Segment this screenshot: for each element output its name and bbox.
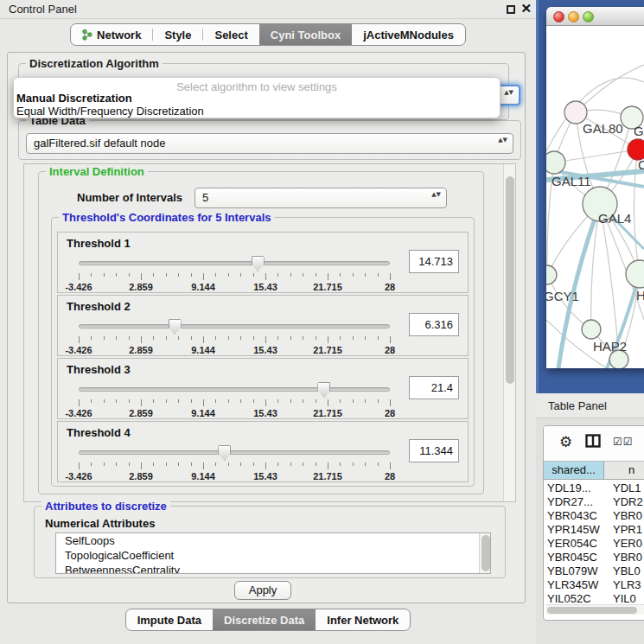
- node-h[interactable]: [626, 260, 644, 288]
- float-window-icon[interactable]: [507, 5, 515, 14]
- threshold-value-field[interactable]: 6.316: [409, 313, 459, 336]
- threshold-row-1: Threshold 1-3.4262.8599.14415.4321.71528…: [57, 232, 469, 293]
- table-row[interactable]: YDR27...YDR2: [544, 495, 644, 509]
- slider-track[interactable]: [79, 261, 390, 265]
- node-hap2[interactable]: [582, 320, 601, 339]
- threshold-value-field[interactable]: 11.344: [409, 439, 459, 462]
- slider-thumb[interactable]: [218, 445, 231, 461]
- scale-label: 21.715: [313, 345, 342, 355]
- slider-thumb[interactable]: [252, 256, 265, 271]
- close-traffic-light-icon[interactable]: [553, 11, 564, 22]
- cell-name[interactable]: YER0: [604, 537, 644, 551]
- node-gal11[interactable]: [546, 151, 565, 174]
- threshold-slider-2[interactable]: -3.4262.8599.14415.4321.71528: [79, 318, 390, 356]
- scrollbar-thumb[interactable]: [506, 176, 514, 384]
- table-row[interactable]: YDL19...YDL1: [544, 481, 644, 495]
- attribute-list-item[interactable]: SelfLoops: [56, 533, 490, 548]
- cell-name[interactable]: YLR3: [604, 578, 644, 592]
- popup-item-equal-width-frequency[interactable]: Equal Width/Frequency Discretization: [16, 105, 488, 118]
- scale-label: -3.426: [65, 282, 92, 292]
- close-icon[interactable]: ✕: [520, 1, 532, 16]
- cell-shared-name[interactable]: YDL19...: [544, 481, 604, 495]
- tab-jactivemnodules[interactable]: jActiveMNodules: [352, 24, 465, 45]
- table-data-combobox[interactable]: galFiltered.sif default node ▲▼: [26, 133, 513, 154]
- cell-name[interactable]: YDL1: [604, 481, 644, 495]
- node-gcy1[interactable]: [546, 265, 557, 284]
- attribute-list-item[interactable]: TopologicalCoefficient: [56, 548, 490, 563]
- threshold-value-field[interactable]: 14.713: [409, 250, 459, 273]
- cell-shared-name[interactable]: YER054C: [544, 537, 604, 551]
- slider-track[interactable]: [79, 324, 390, 328]
- network-canvas[interactable]: GAL80GACGAL11GAL4GCY1HHAP2: [546, 26, 644, 368]
- combo-stepper-icon: ▲▼: [431, 191, 441, 198]
- slider-thumb[interactable]: [169, 319, 182, 335]
- network-graph[interactable]: GAL80GACGAL11GAL4GCY1HHAP2: [546, 26, 644, 368]
- threshold-slider-3[interactable]: -3.4262.8599.14415.4321.71528: [79, 381, 390, 419]
- cell-name[interactable]: YPR1: [604, 523, 644, 537]
- table-row[interactable]: YPR145WYPR1: [544, 523, 644, 537]
- tab-label: Style: [164, 29, 191, 41]
- popup-item-manual-discretization[interactable]: Manual Discretization: [16, 92, 488, 105]
- table-panel-titlebar: Table Panel: [536, 393, 644, 418]
- cell-shared-name[interactable]: YBR043C: [544, 509, 604, 523]
- zoom-traffic-light-icon[interactable]: [583, 11, 594, 22]
- node-label-gcy1: GCY1: [546, 289, 579, 303]
- apply-button[interactable]: Apply: [234, 581, 291, 600]
- threshold-slider-1[interactable]: -3.4262.8599.14415.4321.71528: [79, 255, 390, 293]
- slider-thumb[interactable]: [317, 382, 330, 398]
- cell-name[interactable]: YBL0: [604, 564, 644, 578]
- cell-shared-name[interactable]: YPR145W: [544, 523, 604, 537]
- slider-ticks: [79, 273, 390, 281]
- split-columns-icon[interactable]: [585, 434, 601, 448]
- slider-track[interactable]: [79, 450, 390, 455]
- table-toolbar: ⚙ ☑☑: [544, 426, 644, 461]
- column-header-shared-name[interactable]: shared...: [544, 462, 604, 479]
- slider-scale-labels: -3.4262.8599.14415.4321.71528: [79, 408, 390, 418]
- tab-select[interactable]: Select: [203, 24, 258, 45]
- checkbox-icons[interactable]: ☑☑: [613, 436, 634, 448]
- table-row[interactable]: YBR045CYBR0: [544, 551, 644, 564]
- tab-impute-data[interactable]: Impute Data: [126, 609, 213, 630]
- table-horizontal-scrollbar[interactable]: [545, 604, 644, 615]
- thresholds-group-title: Threshold's Coordinates for 5 Intervals: [59, 211, 274, 224]
- number-of-intervals-combobox[interactable]: 5 ▲▼: [194, 188, 447, 208]
- tab-cyni-toolbox[interactable]: Cyni Toolbox: [259, 24, 352, 45]
- cell-name[interactable]: YBR0: [604, 551, 644, 564]
- interval-vertical-scrollbar[interactable]: [503, 164, 515, 501]
- threshold-slider-4[interactable]: -3.4262.8599.14415.4321.71528: [79, 444, 390, 482]
- network-window-titlebar[interactable]: [546, 7, 644, 26]
- tab-network[interactable]: Network: [71, 24, 152, 45]
- network-edge[interactable]: [554, 150, 638, 163]
- gear-icon[interactable]: ⚙: [559, 433, 572, 450]
- cell-shared-name[interactable]: YLR345W: [544, 578, 604, 592]
- cell-name[interactable]: YDR2: [604, 495, 644, 509]
- scale-label: 9.144: [191, 408, 215, 418]
- slider-scale-labels: -3.4262.8599.14415.4321.71528: [79, 345, 390, 355]
- attribute-list-item[interactable]: BetweennessCentrality: [56, 563, 490, 574]
- cell-name[interactable]: YBR0: [604, 509, 644, 523]
- combo-stepper-icon: ▲▼: [504, 89, 513, 96]
- top-tab-bar: NetworkStyleSelectCyni ToolboxjActiveMNo…: [70, 23, 466, 46]
- table-row[interactable]: YLR345WYLR3: [544, 578, 644, 592]
- network-edge[interactable]: [576, 65, 644, 112]
- node-table: ⚙ ☑☑ shared... n YDL19...YDL1YDR27...YDR…: [543, 425, 644, 621]
- tab-style[interactable]: Style: [153, 24, 202, 45]
- slider-track[interactable]: [79, 387, 390, 392]
- column-header-name[interactable]: n: [604, 462, 644, 479]
- minimize-traffic-light-icon[interactable]: [568, 11, 579, 22]
- table-row[interactable]: YBR043CYBR0: [544, 509, 644, 523]
- threshold-label: Threshold 3: [67, 363, 131, 376]
- attributes-list-scrollbar[interactable]: [479, 533, 490, 573]
- table-row[interactable]: YER054CYER0: [544, 537, 644, 551]
- table-row[interactable]: YBL079WYBL0: [544, 564, 644, 578]
- cell-shared-name[interactable]: YBR045C: [544, 551, 604, 564]
- tab-discretize-data[interactable]: Discretize Data: [213, 609, 316, 630]
- cell-shared-name[interactable]: YBL079W: [544, 564, 604, 578]
- table-panel-title: Table Panel: [548, 399, 607, 412]
- threshold-value-field[interactable]: 21.4: [409, 376, 459, 399]
- cell-shared-name[interactable]: YDR27...: [544, 495, 604, 509]
- thresholds-group: Threshold's Coordinates for 5 Intervals …: [51, 217, 475, 487]
- scrollbar-thumb[interactable]: [547, 607, 637, 614]
- tab-infer-network[interactable]: Infer Network: [316, 609, 410, 630]
- scrollbar-thumb[interactable]: [481, 535, 490, 571]
